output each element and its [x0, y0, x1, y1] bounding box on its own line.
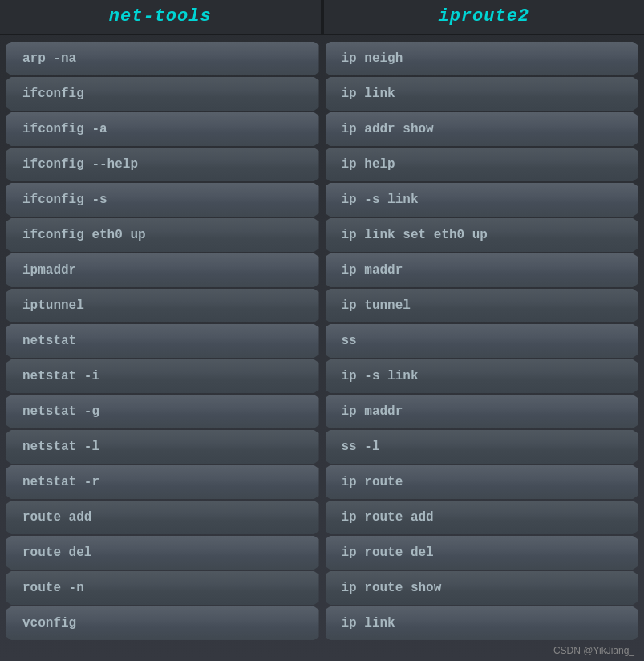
- cell-left: route del: [6, 536, 319, 570]
- table-row: ifconfig --helpip help: [6, 148, 638, 181]
- column-divider: [321, 289, 324, 322]
- table-row: netstat -rip route: [6, 465, 638, 499]
- column-divider: [321, 77, 324, 111]
- column-divider: [321, 324, 324, 358]
- table-row: ipmaddrip maddr: [6, 253, 638, 287]
- cell-right: ip route: [326, 465, 638, 499]
- cell-left: route -n: [6, 571, 319, 605]
- cell-left: ipmaddr: [6, 253, 319, 287]
- column-divider: [321, 218, 324, 252]
- cell-right: ip link: [326, 606, 638, 640]
- cell-left: iptunnel: [6, 289, 319, 322]
- cell-right: ip route del: [326, 536, 638, 570]
- cell-right: ip neigh: [326, 42, 638, 75]
- cell-left: ifconfig -a: [6, 112, 319, 146]
- header-right: iproute2: [324, 0, 645, 34]
- column-divider: [321, 112, 324, 146]
- table-row: netstatss: [6, 324, 638, 358]
- cell-left: vconfig: [6, 606, 319, 640]
- cell-left: ifconfig: [6, 77, 319, 111]
- table-row: vconfigip link: [6, 606, 638, 640]
- column-divider: [321, 465, 324, 499]
- column-divider: [321, 183, 324, 217]
- header-left: net-tools: [0, 0, 321, 34]
- cell-right: ip addr show: [326, 112, 638, 146]
- column-divider: [321, 395, 324, 428]
- cell-right: ip maddr: [326, 395, 638, 428]
- table-row: arp -naip neigh: [6, 42, 638, 75]
- cell-left: netstat -i: [6, 359, 319, 393]
- table-row: ifconfig eth0 upip link set eth0 up: [6, 218, 638, 252]
- cell-left: ifconfig -s: [6, 183, 319, 217]
- cell-right: ip link: [326, 77, 638, 111]
- table-row: netstat -lss -l: [6, 430, 638, 464]
- table-row: ifconfig -sip -s link: [6, 183, 638, 217]
- table-row: iptunnelip tunnel: [6, 289, 638, 322]
- cell-left: netstat -r: [6, 465, 319, 499]
- column-divider: [321, 571, 324, 605]
- cell-right: ss -l: [326, 430, 638, 464]
- cell-right: ip -s link: [326, 183, 638, 217]
- table-row: route addip route add: [6, 501, 638, 534]
- cell-left: arp -na: [6, 42, 319, 75]
- cell-right: ip route add: [326, 501, 638, 534]
- table-row: ifconfigip link: [6, 77, 638, 111]
- table-row: route -nip route show: [6, 571, 638, 605]
- column-divider: [321, 501, 324, 534]
- cell-left: ifconfig --help: [6, 148, 319, 181]
- cell-right: ip link set eth0 up: [326, 218, 638, 252]
- header-left-label: net-tools: [109, 6, 212, 26]
- cell-right: ss: [326, 324, 638, 358]
- cell-right: ip maddr: [326, 253, 638, 287]
- cell-left: netstat -g: [6, 395, 319, 428]
- cell-right: ip help: [326, 148, 638, 181]
- column-divider: [321, 430, 324, 464]
- cell-right: ip -s link: [326, 359, 638, 393]
- column-divider: [321, 536, 324, 570]
- column-divider: [321, 253, 324, 287]
- table-row: route delip route del: [6, 536, 638, 570]
- watermark: CSDN @YikJiang_: [553, 645, 634, 656]
- column-divider: [321, 606, 324, 640]
- cell-left: netstat: [6, 324, 319, 358]
- table-row: ifconfig -aip addr show: [6, 112, 638, 146]
- table-row: netstat -gip maddr: [6, 395, 638, 428]
- table-body: arp -naip neighifconfigip linkifconfig -…: [0, 39, 644, 643]
- cell-left: ifconfig eth0 up: [6, 218, 319, 252]
- cell-left: route add: [6, 501, 319, 534]
- top-divider: [0, 34, 644, 35]
- cell-right: ip route show: [326, 571, 638, 605]
- column-divider: [321, 359, 324, 393]
- footer: CSDN @YikJiang_: [0, 643, 644, 661]
- column-divider: [321, 42, 324, 75]
- cell-left: netstat -l: [6, 430, 319, 464]
- header-row: net-tools iproute2: [0, 0, 644, 34]
- cell-right: ip tunnel: [326, 289, 638, 322]
- table-row: netstat -iip -s link: [6, 359, 638, 393]
- header-right-label: iproute2: [438, 6, 529, 26]
- column-divider: [321, 148, 324, 181]
- main-container: net-tools iproute2 arp -naip neighifconf…: [0, 0, 644, 661]
